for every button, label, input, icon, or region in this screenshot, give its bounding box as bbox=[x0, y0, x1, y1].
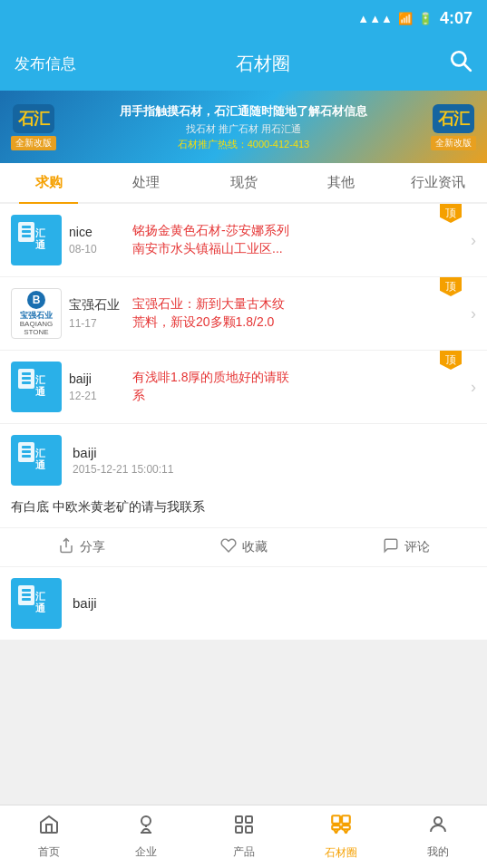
svg-point-30 bbox=[141, 816, 151, 825]
share-label: 分享 bbox=[80, 539, 105, 555]
favorite-button[interactable]: 收藏 bbox=[162, 537, 325, 557]
item-date: 12-21 bbox=[69, 390, 125, 402]
list-item[interactable]: 汇 通 baiji 12-21 有浅啡1.8厚的质地好的请联 系 顶 › bbox=[0, 351, 487, 424]
expanded-user-info: baiji 2015-12-21 15:00:11 bbox=[73, 445, 173, 476]
partial-list-item[interactable]: 汇 通 baiji bbox=[0, 567, 487, 641]
publish-button[interactable]: 发布信息 bbox=[15, 53, 76, 74]
svg-rect-39 bbox=[342, 825, 350, 829]
avatar: 汇 通 bbox=[11, 362, 62, 412]
banner-left-logo: 石汇 全新改版 bbox=[11, 104, 56, 150]
share-icon bbox=[58, 537, 74, 557]
svg-rect-19 bbox=[22, 450, 31, 453]
svg-rect-34 bbox=[236, 826, 242, 833]
banner-right-badge: 全新改版 bbox=[431, 136, 476, 150]
share-button[interactable]: 分享 bbox=[0, 537, 162, 557]
banner-hotline: 石材推广热线：4000-412-413 bbox=[65, 138, 422, 151]
svg-rect-13 bbox=[22, 381, 31, 384]
banner-main-text: 用手指触摸石材，石汇通随时随地了解石材信息 bbox=[65, 103, 422, 120]
item-username: nice bbox=[69, 225, 125, 239]
favorite-label: 收藏 bbox=[242, 539, 268, 555]
battery-icon: 🔋 bbox=[418, 12, 433, 25]
comment-button[interactable]: 评论 bbox=[325, 537, 487, 557]
tab-xianhuo[interactable]: 现货 bbox=[195, 163, 292, 202]
svg-rect-11 bbox=[22, 372, 31, 375]
list-item[interactable]: 汇 通 nice 08-10 铭扬金黄色石材-莎安娜系列 南安市水头镇福山工业区… bbox=[0, 204, 487, 277]
top-badge: 顶 bbox=[440, 351, 462, 370]
stone-icon bbox=[329, 813, 353, 842]
nav-home-label: 首页 bbox=[38, 844, 60, 860]
status-bar: ▲▲▲ 📶 🔋 4:07 bbox=[0, 0, 487, 36]
nav-home[interactable]: 首页 bbox=[0, 814, 97, 860]
status-icons: ▲▲▲ 📶 🔋 bbox=[357, 12, 433, 25]
item-title-line1: 有浅啡1.8厚的质地好的请联 bbox=[132, 369, 460, 387]
svg-text:汇: 汇 bbox=[35, 591, 46, 602]
expanded-item: 汇 通 baiji 2015-12-21 15:00:11 有白底 中欧米黄老矿… bbox=[0, 424, 487, 567]
svg-rect-20 bbox=[22, 455, 31, 458]
banner-new-badge: 全新改版 bbox=[11, 136, 56, 150]
svg-point-40 bbox=[434, 817, 442, 825]
page-title: 石材圈 bbox=[236, 52, 290, 76]
expanded-header: 汇 通 baiji 2015-12-21 15:00:11 bbox=[0, 424, 487, 493]
item-title-line1: 宝强石业：新到大量古木纹 bbox=[132, 295, 460, 313]
svg-rect-33 bbox=[246, 816, 252, 823]
tab-chuli[interactable]: 处理 bbox=[97, 163, 194, 202]
svg-text:通: 通 bbox=[35, 386, 46, 397]
item-meta: baiji 12-21 bbox=[62, 371, 125, 402]
avatar: 汇 通 bbox=[11, 215, 62, 265]
item-username: 宝强石业 bbox=[69, 297, 125, 313]
item-meta: nice 08-10 bbox=[62, 225, 125, 256]
nav-enterprise-label: 企业 bbox=[135, 844, 157, 860]
svg-rect-12 bbox=[22, 377, 31, 380]
svg-rect-18 bbox=[22, 446, 31, 448]
nav-mine[interactable]: 我的 bbox=[390, 814, 487, 860]
svg-text:通: 通 bbox=[35, 239, 46, 250]
svg-text:汇: 汇 bbox=[35, 448, 46, 458]
nav-enterprise[interactable]: 企业 bbox=[97, 814, 194, 860]
expanded-datetime: 2015-12-21 15:00:11 bbox=[73, 463, 173, 476]
user-icon bbox=[427, 814, 449, 841]
search-icon[interactable] bbox=[449, 49, 472, 78]
top-badge: 顶 bbox=[440, 277, 462, 296]
item-content: 有浅啡1.8厚的质地好的请联 系 bbox=[125, 369, 467, 404]
arrow-icon: › bbox=[471, 378, 476, 397]
nav-shicaiquan[interactable]: 石材圈 bbox=[292, 813, 389, 861]
svg-rect-38 bbox=[332, 825, 340, 829]
nav-products-label: 产品 bbox=[233, 844, 255, 860]
nav-shicaiquan-label: 石材圈 bbox=[325, 845, 357, 861]
item-title-line2: 系 bbox=[132, 387, 460, 405]
svg-rect-37 bbox=[342, 815, 350, 824]
nav-products[interactable]: 产品 bbox=[195, 814, 292, 860]
item-date: 08-10 bbox=[69, 243, 125, 256]
tab-qita[interactable]: 其他 bbox=[292, 163, 389, 202]
header: 发布信息 石材圈 bbox=[0, 36, 487, 91]
svg-text:汇: 汇 bbox=[35, 227, 46, 238]
tab-qiugou[interactable]: 求购 bbox=[0, 163, 97, 202]
svg-text:汇: 汇 bbox=[35, 374, 46, 385]
banner[interactable]: 石汇 全新改版 用手指触摸石材，石汇通随时随地了解石材信息 找石材 推广石材 用… bbox=[0, 91, 487, 163]
partial-username: baiji bbox=[73, 595, 97, 611]
grid-icon bbox=[233, 814, 255, 841]
nav-mine-label: 我的 bbox=[427, 844, 449, 860]
banner-sub-text: 找石材 推广石材 用石汇通 bbox=[65, 122, 422, 136]
avatar: 汇 通 bbox=[11, 578, 62, 629]
svg-rect-4 bbox=[22, 226, 31, 228]
expanded-username: baiji bbox=[73, 445, 173, 460]
tab-zixun[interactable]: 行业资讯 bbox=[390, 163, 487, 202]
item-meta: 宝强石业 11-17 bbox=[62, 297, 125, 330]
banner-right-logo: 石汇 全新改版 bbox=[431, 104, 476, 150]
partial-user-info: baiji bbox=[73, 595, 97, 612]
list: 汇 通 nice 08-10 铭扬金黄色石材-莎安娜系列 南安市水头镇福山工业区… bbox=[0, 204, 487, 641]
svg-line-1 bbox=[463, 63, 471, 71]
expanded-content: 有白底 中欧米黄老矿的请与我联系 bbox=[0, 493, 487, 527]
item-title-line1: 铭扬金黄色石材-莎安娜系列 bbox=[132, 222, 460, 240]
list-item[interactable]: B 宝强石业 BAQIANG STONE 宝强石业 11-17 宝强石业：新到大… bbox=[0, 277, 487, 351]
comment-icon bbox=[383, 537, 399, 557]
signal-icon: 📶 bbox=[398, 12, 413, 25]
wifi-icon: ▲▲▲ bbox=[357, 12, 393, 25]
svg-rect-25 bbox=[22, 589, 31, 592]
item-title-line2: 南安市水头镇福山工业区... bbox=[132, 240, 460, 258]
svg-rect-6 bbox=[22, 235, 31, 237]
heart-icon bbox=[220, 537, 237, 557]
svg-rect-26 bbox=[22, 593, 31, 596]
status-time: 4:07 bbox=[440, 9, 472, 28]
